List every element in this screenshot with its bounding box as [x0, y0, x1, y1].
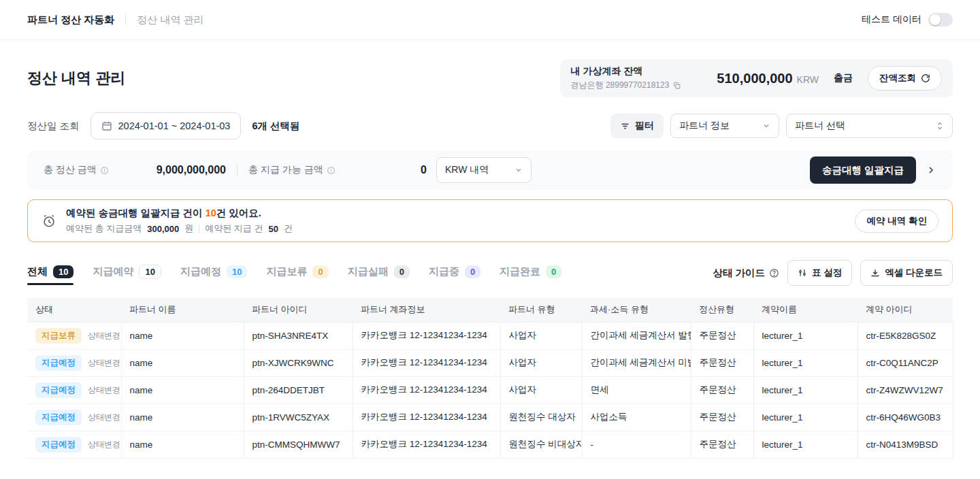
cell-partner-name: name — [121, 403, 244, 431]
scheduled-count-label: 예약된 지급 건 — [205, 222, 263, 235]
bulk-pay-button[interactable]: 송금대행 일괄지급 — [810, 156, 916, 184]
summary-bar: 총 정산 금액 9,000,000,000 총 지급 가능 금액 0 KRW 내… — [27, 150, 953, 190]
reservation-detail-button[interactable]: 예약 내역 확인 — [855, 210, 938, 233]
cell-account: 카카오뱅크 12-12341234-1234 — [353, 349, 500, 376]
col-header-partner-name: 파트너 이름 — [121, 298, 244, 322]
tab-payment-complete[interactable]: 지급완료 0 — [500, 265, 561, 285]
total-payable-value: 0 — [421, 164, 427, 176]
settlement-date-label: 정산일 조회 — [27, 120, 80, 133]
cell-partner-type: 사업자 — [500, 322, 582, 349]
status-badge: 지급예정 — [35, 437, 82, 452]
cell-tax-type: - — [582, 431, 691, 458]
breadcrumb[interactable]: 정산 내역 관리 — [137, 14, 203, 27]
withdraw-button[interactable]: 출금 — [834, 72, 853, 84]
status-change-button[interactable]: 상태변경 — [88, 330, 121, 342]
refresh-icon — [921, 73, 930, 83]
cell-partner-id: ptn-CMMSQHMWW7 — [244, 431, 353, 458]
banner-count: 10 — [206, 208, 216, 218]
scheduled-amount-value: 300,000 — [147, 224, 179, 234]
table-row[interactable]: 지급예정 상태변경 name ptn-264DDETJBT 카카오뱅크 12-1… — [27, 376, 953, 403]
tab-count-badge: 10 — [139, 265, 161, 279]
tab-all[interactable]: 전체 10 — [27, 265, 74, 285]
cell-partner-name: name — [121, 431, 244, 458]
cell-partner-name: name — [121, 322, 244, 349]
page-title: 정산 내역 관리 — [27, 68, 125, 88]
bank-account-number: 경남은행 28999770218123 — [571, 80, 670, 91]
table-row[interactable]: 지급예정 상태변경 name ptn-XJWCRK9WNC 카카오뱅크 12-1… — [27, 349, 953, 376]
status-change-button[interactable]: 상태변경 — [88, 357, 121, 369]
selected-count: 6개 선택됨 — [252, 120, 299, 133]
filter-button-label: 필터 — [635, 120, 654, 132]
col-header-partner-id: 파트너 아이디 — [244, 298, 353, 322]
partner-info-dropdown[interactable]: 파트너 정보 — [670, 114, 779, 138]
total-settlement-label: 총 정산 금액 — [44, 164, 97, 176]
cell-settlement-type: 주문정산 — [691, 431, 753, 458]
sliders-icon — [798, 268, 807, 278]
cell-account: 카카오뱅크 12-12341234-1234 — [353, 403, 500, 431]
divider — [199, 225, 199, 233]
info-icon[interactable] — [327, 166, 336, 175]
divider — [125, 14, 126, 25]
date-range-input[interactable]: 2024-01-01 ~ 2024-01-03 — [91, 112, 242, 139]
cell-tax-type: 간이과세 세금계산서 발행 — [582, 322, 691, 349]
cell-partner-id: ptn-264DDETJBT — [244, 376, 353, 403]
table-settings-button[interactable]: 표 설정 — [787, 260, 852, 286]
tab-payment-failed[interactable]: 지급실패 0 — [348, 265, 410, 285]
cell-settlement-type: 주문정산 — [691, 322, 753, 349]
balance-refresh-label: 잔액조회 — [879, 72, 916, 84]
excel-download-button[interactable]: 엑셀 다운로드 — [860, 260, 953, 286]
filter-button[interactable]: 필터 — [610, 114, 664, 138]
banner-message: 예약된 송금대행 일괄지급 건이 10건 있어요. — [66, 207, 293, 220]
cell-settlement-type: 주문정산 — [691, 349, 753, 376]
tab-payment-scheduled[interactable]: 지급예정 10 — [180, 265, 247, 285]
app-title: 파트너 정산 자동화 — [27, 14, 114, 27]
tab-payment-reserved[interactable]: 지급예약 10 — [93, 265, 161, 286]
total-settlement-value: 9,000,000,000 — [157, 164, 226, 176]
partner-select[interactable]: 파트너 선택 — [786, 114, 953, 138]
partner-select-placeholder: 파트너 선택 — [795, 120, 845, 132]
copy-icon[interactable] — [672, 81, 681, 90]
chevron-updown-icon — [936, 121, 944, 131]
currency-detail-dropdown[interactable]: KRW 내역 — [436, 157, 532, 183]
scheduled-amount-label: 예약된 총 지급금액 — [66, 222, 142, 235]
status-change-button[interactable]: 상태변경 — [88, 439, 121, 450]
balance-currency: KRW — [797, 74, 819, 85]
cell-settlement-type: 주문정산 — [691, 376, 753, 403]
info-icon[interactable] — [100, 166, 109, 175]
status-badge: 지급예정 — [35, 382, 82, 398]
chevron-right-icon[interactable] — [926, 165, 936, 176]
date-range-value: 2024-01-01 ~ 2024-01-03 — [118, 120, 231, 131]
cell-tax-type: 사업소득 — [582, 403, 691, 431]
balance-amount: 510,000,000 — [717, 71, 792, 86]
test-data-toggle[interactable] — [928, 13, 953, 27]
balance-refresh-button[interactable]: 잔액조회 — [868, 66, 942, 90]
tab-count-badge: 0 — [465, 265, 480, 278]
alarm-clock-icon — [42, 214, 56, 229]
status-change-button[interactable]: 상태변경 — [88, 384, 121, 396]
download-icon — [870, 268, 880, 278]
table-row[interactable]: 지급보류 상태변경 name ptn-SHA3NRE4TX 카카오뱅크 12-1… — [27, 322, 953, 349]
scheduled-count-value: 50 — [268, 224, 278, 234]
cell-tax-type: 간이과세 세금계산서 미발행 — [582, 349, 691, 376]
table-row[interactable]: 지급예정 상태변경 name ptn-1RVWC5ZYAX 카카오뱅크 12-1… — [27, 403, 953, 431]
chevron-down-icon — [762, 122, 770, 130]
col-header-status: 상태 — [27, 298, 121, 322]
col-header-contract-id: 계약 아이디 — [858, 298, 953, 322]
status-change-button[interactable]: 상태변경 — [88, 412, 121, 423]
tab-count-badge: 0 — [312, 265, 328, 278]
status-guide-link[interactable]: 상태 가이드 — [713, 267, 779, 280]
cell-contract-name: lecturer_1 — [753, 431, 858, 458]
cell-partner-type: 원천징수 대상자 — [500, 403, 582, 431]
tab-payment-in-progress[interactable]: 지급중 0 — [429, 265, 480, 285]
cell-partner-type: 사업자 — [500, 376, 582, 403]
test-data-label: 테스트 데이터 — [862, 14, 921, 26]
status-badge: 지급예정 — [35, 410, 82, 425]
cell-partner-id: ptn-1RVWC5ZYAX — [244, 403, 353, 431]
tab-payment-hold[interactable]: 지급보류 0 — [266, 265, 328, 285]
partner-info-value: 파트너 정보 — [679, 120, 730, 132]
status-badge: 지급보류 — [35, 328, 82, 344]
currency-detail-value: KRW 내역 — [445, 164, 489, 176]
col-header-tax-type: 과세·소득 유형 — [582, 298, 691, 322]
col-header-settlement-type: 정산유형 — [691, 298, 753, 322]
table-row[interactable]: 지급예정 상태변경 name ptn-CMMSQHMWW7 카카오뱅크 12-1… — [27, 431, 953, 458]
